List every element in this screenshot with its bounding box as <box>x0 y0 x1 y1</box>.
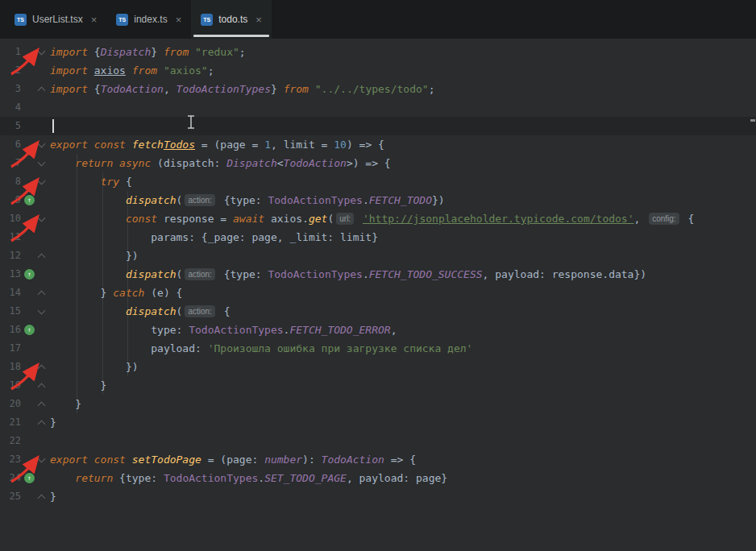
code-text: } <box>50 413 756 432</box>
tab-UserList.tsx[interactable]: TSUserList.tsx× <box>5 0 106 39</box>
code-token: export const <box>50 139 132 151</box>
line-number: 22 <box>0 432 21 450</box>
code-token: { <box>218 305 231 317</box>
code-token: . <box>363 194 369 206</box>
gutter-green-marker-icon[interactable]: ↑ <box>24 195 35 205</box>
fold-up-icon[interactable] <box>37 381 47 391</box>
line-number: 6 <box>0 135 21 154</box>
code-line-6: 6export const fetchTodos = (page = 1, li… <box>0 135 756 154</box>
tab-label: index.ts <box>134 14 167 25</box>
gutter-green-marker-icon[interactable]: ↑ <box>24 325 35 335</box>
line-number: 4 <box>0 98 21 117</box>
line-number: 3 <box>0 80 21 98</box>
gutter-green-marker-icon[interactable]: ↑ <box>24 269 35 280</box>
code-token: Dispatch <box>226 157 277 169</box>
code-line-19: 19 } <box>0 376 756 395</box>
code-token <box>50 157 75 169</box>
fold-up-icon[interactable] <box>37 418 47 428</box>
fold-spacer <box>37 344 47 354</box>
code-token: = <box>246 139 264 151</box>
line-number: 18 <box>0 358 21 376</box>
code-token: dispatch <box>126 305 177 317</box>
fold-down-icon[interactable] <box>37 307 47 317</box>
code-line-4: 4 <box>0 98 756 117</box>
fold-spacer <box>37 122 47 131</box>
gutter-icon-spacer <box>24 176 35 187</box>
fold-up-icon[interactable] <box>37 85 47 94</box>
fold-down-icon[interactable] <box>37 214 47 224</box>
code-token: limit <box>284 139 315 151</box>
tab-close-icon[interactable]: × <box>176 14 182 25</box>
code-token: } <box>50 379 106 392</box>
fold-up-icon[interactable] <box>37 492 47 502</box>
code-token: from <box>284 83 315 95</box>
fold-spacer <box>37 474 47 483</box>
code-text: export const setTodoPage = (page: number… <box>50 450 756 469</box>
code-text: } <box>50 487 756 506</box>
code-token: = <box>315 139 334 151</box>
tab-close-icon[interactable]: × <box>91 14 98 25</box>
fold-down-icon[interactable] <box>37 48 47 57</box>
gutter: 5 <box>0 117 50 135</box>
editor-tab-bar: TSUserList.tsx×TSindex.ts×TStodo.ts× <box>0 0 756 39</box>
gutter-icon-spacer <box>24 362 35 372</box>
tab-index.ts[interactable]: TSindex.ts× <box>106 0 191 39</box>
code-token: "redux" <box>195 46 239 58</box>
code-line-24: 24↑ return {type: TodoActionTypes.SET_TO… <box>0 469 756 487</box>
gutter-icon-spacer <box>24 102 35 113</box>
code-token: } <box>50 416 56 429</box>
fold-up-icon[interactable] <box>37 251 47 261</box>
mouse-ibeam-cursor <box>185 114 197 130</box>
code-token: const <box>126 213 164 225</box>
code-token: FETCH_TODO_ERROR <box>289 324 390 336</box>
fold-down-icon[interactable] <box>37 140 47 150</box>
tab-close-icon[interactable]: × <box>255 14 262 25</box>
code-token: }) <box>432 194 445 206</box>
code-token: "axios" <box>164 64 208 77</box>
fold-down-icon[interactable] <box>37 159 47 168</box>
gutter: 11 <box>0 228 50 246</box>
code-text: type: TodoActionTypes.FETCH_TODO_ERROR, <box>50 321 756 339</box>
fold-up-icon[interactable] <box>37 362 47 372</box>
gutter: 3 <box>0 80 50 98</box>
gutter: 23 <box>0 450 50 469</box>
code-token: import <box>50 46 94 58</box>
code-text: dispatch(action: { <box>50 302 756 321</box>
fold-up-icon[interactable] <box>37 288 47 298</box>
code-line-18: 18 }) <box>0 358 756 376</box>
gutter: 1 <box>0 43 50 61</box>
code-line-1: 1import {Dispatch} from "redux"; <box>0 43 756 61</box>
code-token: } <box>50 491 56 503</box>
fold-spacer <box>37 233 47 242</box>
code-token: => { <box>384 454 416 466</box>
code-token: TodoActionTypes <box>164 472 258 484</box>
fold-up-icon[interactable] <box>37 400 47 409</box>
line-number: 13 <box>0 265 21 284</box>
line-number: 15 <box>0 302 21 321</box>
line-number: 21 <box>0 413 21 432</box>
code-token: page <box>220 139 245 151</box>
code-token: ( <box>177 305 183 317</box>
line-number: 17 <box>0 339 21 358</box>
gutter-green-marker-icon[interactable]: ↑ <box>24 473 35 483</box>
tab-label: todo.ts <box>218 14 247 25</box>
code-text <box>50 98 756 117</box>
code-token: TodoActionTypes <box>268 194 362 206</box>
code-line-2: 2import axios from "axios"; <box>0 61 756 80</box>
code-token: FETCH_TODO <box>369 194 432 206</box>
code-token <box>50 194 126 206</box>
code-editor[interactable]: 1import {Dispatch} from "redux";2import … <box>0 39 756 551</box>
code-token: Todos <box>164 139 195 151</box>
tab-todo.ts[interactable]: TStodo.ts× <box>191 0 272 39</box>
code-token: catch <box>113 287 144 299</box>
gutter-icon-spacer <box>24 380 35 391</box>
code-token: "../../types/todo" <box>315 83 429 95</box>
fold-down-icon[interactable] <box>37 455 47 465</box>
code-token: ) => { <box>347 139 384 151</box>
line-number: 10 <box>0 209 21 228</box>
scrollbar-caret-mark <box>750 119 755 122</box>
code-token: FETCH_TODO_SUCCESS <box>369 268 483 280</box>
fold-down-icon[interactable] <box>37 177 47 187</box>
code-token: await <box>233 213 271 225</box>
code-token: , <box>271 139 284 151</box>
